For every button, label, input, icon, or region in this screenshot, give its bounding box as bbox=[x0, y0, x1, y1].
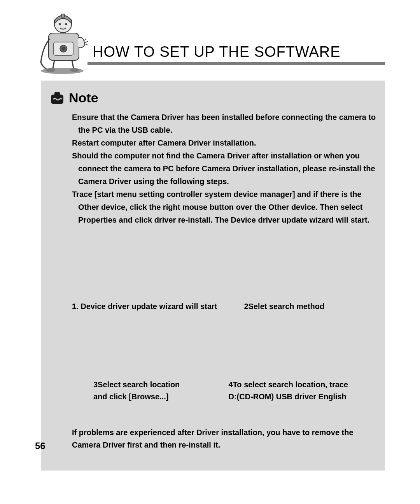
step-text: 4To select search location, trace bbox=[229, 379, 378, 391]
svg-rect-12 bbox=[54, 92, 60, 95]
note-paragraph: Should the computer not find the Camera … bbox=[72, 149, 381, 188]
step-text: 3Select search location bbox=[93, 379, 221, 391]
step-text: 1. Device driver update wizard will star… bbox=[72, 302, 217, 311]
final-note: If problems are experienced after Driver… bbox=[49, 403, 381, 451]
svg-point-10 bbox=[70, 68, 79, 72]
mascot-illustration bbox=[35, 12, 89, 74]
note-body: Ensure that the Camera Driver has been i… bbox=[49, 111, 381, 227]
svg-point-8 bbox=[65, 23, 67, 25]
step-3: 3Select search location and click [Brows… bbox=[72, 379, 221, 403]
step-2: 2Selet search method bbox=[229, 300, 378, 313]
step-text: D:(CD-ROM) USB driver English bbox=[229, 391, 378, 403]
step-4: 4To select search location, trace D:(CD-… bbox=[229, 379, 378, 403]
page-title: HOW TO SET UP THE SOFTWARE bbox=[89, 44, 341, 74]
svg-rect-6 bbox=[61, 14, 65, 17]
svg-point-4 bbox=[61, 47, 65, 51]
note-paragraph: Restart computer after Camera Driver ins… bbox=[72, 137, 381, 149]
note-paragraph: Trace [start menu setting controller sys… bbox=[72, 188, 381, 227]
note-paragraph: Ensure that the Camera Driver has been i… bbox=[72, 111, 381, 137]
svg-point-7 bbox=[59, 23, 61, 25]
step-text: 2Selet search method bbox=[244, 302, 325, 311]
page-number: 56 bbox=[35, 441, 46, 451]
step-1: 1. Device driver update wizard will star… bbox=[72, 300, 221, 313]
note-icon bbox=[49, 91, 66, 105]
note-label: Note bbox=[69, 90, 98, 105]
svg-point-9 bbox=[46, 68, 55, 72]
note-box: Note Ensure that the Camera Driver has b… bbox=[41, 81, 385, 471]
step-text: and click [Browse...] bbox=[93, 391, 221, 403]
steps-grid: 1. Device driver update wizard will star… bbox=[49, 293, 381, 403]
